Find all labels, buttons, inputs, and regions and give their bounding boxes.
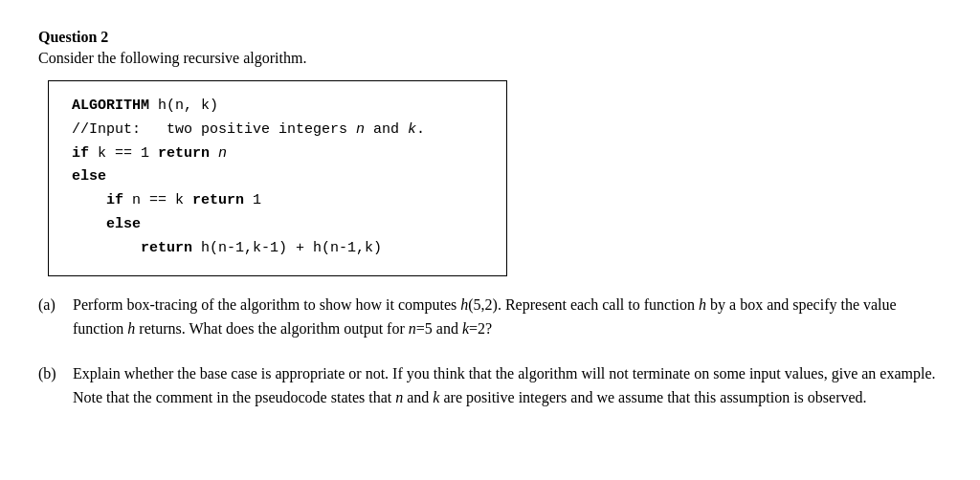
question-title: Question 2 [38,29,942,46]
algo-comment: //Input: two positive integers n and k. [72,121,425,138]
part-b-content: Explain whether the base case is appropr… [73,362,942,410]
algo-line-7: return h(n-1,k-1) + h(n-1,k) [72,237,483,261]
part-a-content: Perform box-tracing of the algorithm to … [73,294,942,341]
algo-cond-2: n == k [123,192,192,208]
algo-indent-3 [72,240,141,256]
algo-line-5: if n == k return 1 [72,189,483,213]
algo-keyword-1: ALGORITHM [72,98,149,114]
algo-line-3: if k == 1 return n [72,142,483,166]
algo-else-1: else [72,168,106,185]
algo-text-1: h(n, k) [149,98,218,114]
part-b: (b) Explain whether the base case is app… [38,362,942,410]
algo-ret-val-2: 1 [244,192,261,208]
part-a: (a) Perform box-tracing of the algorithm… [38,294,942,341]
algo-else-2: else [106,216,141,232]
algo-line-4: else [72,165,483,189]
question-container: Question 2 Consider the following recurs… [38,29,942,409]
question-intro: Consider the following recursive algorit… [38,50,942,67]
algorithm-box: ALGORITHM h(n, k) //Input: two positive … [48,80,507,276]
algo-return-2: return [192,192,244,208]
algo-indent-2 [72,216,106,232]
algo-line-1: ALGORITHM h(n, k) [72,95,483,119]
algo-return-3: return [141,240,192,256]
algo-line-6: else [72,213,483,237]
algo-ret-expr: h(n-1,k-1) + h(n-1,k) [192,240,382,256]
algo-return-1: return [158,145,210,162]
algo-if-1: if [72,145,89,162]
part-b-label: (b) [38,362,73,386]
algo-if-2: if [106,192,123,208]
part-a-label: (a) [38,294,73,317]
algo-line-2: //Input: two positive integers n and k. [72,119,483,142]
algo-ret-val-1: n [210,145,227,162]
algo-cond-1: k == 1 [89,145,158,162]
algo-indent-1 [72,192,106,208]
